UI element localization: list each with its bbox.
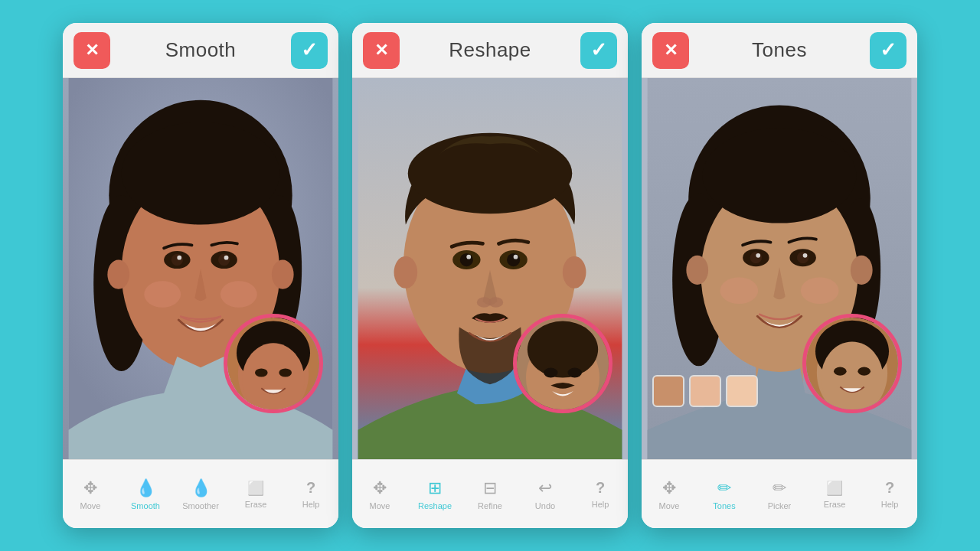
smooth-tool-erase[interactable]: ⬜ Erase <box>235 480 277 509</box>
svg-point-24 <box>255 368 268 377</box>
tones-close-button[interactable] <box>652 32 689 69</box>
svg-point-55 <box>750 252 762 263</box>
svg-point-68 <box>858 367 871 376</box>
smooth-label: Smooth <box>131 501 160 510</box>
svg-point-42 <box>528 321 598 378</box>
tones-erase-icon: ⬜ <box>826 480 843 497</box>
tones-tones-icon: ✏ <box>717 478 731 498</box>
reshape-move-icon: ✥ <box>373 478 387 498</box>
reshape-toolbar: ✥ Move ⊞ Reshape ⊟ Refine ↩ Undo ? Help <box>352 459 628 528</box>
smooth-tool-move[interactable]: ✥ Move <box>70 478 112 510</box>
svg-point-34 <box>466 255 471 259</box>
svg-point-39 <box>563 256 586 289</box>
svg-point-44 <box>567 368 581 378</box>
swatch-2[interactable] <box>689 375 721 407</box>
svg-point-57 <box>756 253 760 258</box>
reshape-tool-refine[interactable]: ⊟ Refine <box>469 478 511 510</box>
reshape-reshape-icon: ⊞ <box>428 478 442 498</box>
tones-help-label: Help <box>881 500 899 509</box>
erase-icon: ⬜ <box>247 480 264 497</box>
help-icon: ? <box>306 479 315 497</box>
svg-point-61 <box>686 256 708 285</box>
svg-point-60 <box>801 277 839 303</box>
reshape-thumbnail <box>513 314 612 413</box>
tones-tool-tones[interactable]: ✏ Tones <box>704 478 746 510</box>
reshape-move-label: Move <box>370 501 390 510</box>
smoother-icon: 💧 <box>191 478 211 498</box>
reshape-tool-reshape[interactable]: ⊞ Reshape <box>414 478 456 510</box>
svg-point-18 <box>107 260 129 289</box>
tones-photo-area <box>642 78 917 459</box>
svg-point-9 <box>122 122 280 224</box>
tones-tool-help[interactable]: ? Help <box>869 479 911 509</box>
move-icon: ✥ <box>83 478 97 498</box>
svg-point-35 <box>514 255 518 259</box>
reshape-help-icon: ? <box>596 479 605 497</box>
svg-point-58 <box>803 253 808 258</box>
tones-tones-label: Tones <box>713 501 735 510</box>
smooth-tool-help[interactable]: ? Help <box>290 479 332 509</box>
svg-point-62 <box>851 256 873 285</box>
tones-tool-picker[interactable]: ✏ Picker <box>759 478 801 510</box>
reshape-tool-help[interactable]: ? Help <box>580 479 622 509</box>
reshape-confirm-button[interactable] <box>580 32 617 69</box>
tones-picker-icon: ✏ <box>773 478 786 498</box>
svg-point-32 <box>460 253 473 266</box>
reshape-photo-area <box>352 78 628 459</box>
smooth-close-button[interactable] <box>74 32 110 69</box>
tones-move-icon: ✥ <box>662 478 676 498</box>
svg-point-19 <box>272 260 294 289</box>
reshape-reshape-label: Reshape <box>418 501 452 510</box>
tones-thumbnail <box>802 314 902 413</box>
tones-erase-label: Erase <box>824 500 846 509</box>
reshape-thumb-svg <box>517 318 609 409</box>
svg-point-29 <box>408 133 573 214</box>
swatch-1[interactable] <box>652 375 684 407</box>
svg-point-59 <box>720 277 758 303</box>
svg-point-38 <box>394 256 418 289</box>
svg-point-15 <box>224 256 229 260</box>
tones-help-icon: ? <box>885 479 894 497</box>
move-label: Move <box>80 501 101 510</box>
svg-point-33 <box>507 253 520 266</box>
svg-point-67 <box>834 367 847 376</box>
smooth-thumbnail <box>224 314 323 413</box>
svg-point-12 <box>172 254 183 266</box>
tones-toolbar: ✥ Move ✏ Tones ✏ Picker ⬜ Erase ? Help <box>642 459 917 528</box>
tones-tool-move[interactable]: ✥ Move <box>648 478 691 510</box>
smooth-tool-smoother[interactable]: 💧 Smoother <box>180 478 222 510</box>
reshape-tool-undo[interactable]: ↩ Undo <box>524 478 567 510</box>
reshape-help-label: Help <box>592 500 609 509</box>
smooth-confirm-button[interactable] <box>291 32 328 69</box>
svg-point-14 <box>177 256 181 260</box>
svg-point-56 <box>797 252 808 263</box>
smooth-photo-area <box>63 78 338 459</box>
reshape-undo-icon: ↩ <box>538 478 552 498</box>
svg-point-25 <box>279 368 292 377</box>
reshape-tool-move[interactable]: ✥ Move <box>359 478 401 510</box>
smooth-tool-smooth[interactable]: 💧 Smooth <box>125 478 167 510</box>
svg-point-13 <box>218 254 230 266</box>
tones-tool-erase[interactable]: ⬜ Erase <box>814 480 856 509</box>
tones-move-label: Move <box>659 501 680 510</box>
smooth-thumb-svg <box>227 318 319 409</box>
svg-point-43 <box>544 368 557 378</box>
reshape-panel: Reshape <box>352 23 628 528</box>
reshape-close-button[interactable] <box>363 32 400 69</box>
tones-panel: Tones <box>642 23 917 528</box>
tones-swatches <box>652 375 758 407</box>
svg-point-52 <box>702 128 856 223</box>
swatch-3[interactable] <box>726 375 758 407</box>
svg-point-37 <box>488 297 503 307</box>
tones-confirm-button[interactable] <box>870 32 906 69</box>
smooth-header: Smooth <box>63 23 338 78</box>
smooth-panel: Smooth <box>63 23 338 528</box>
svg-point-16 <box>144 281 181 307</box>
reshape-header: Reshape <box>352 23 628 78</box>
tones-title: Tones <box>752 38 807 62</box>
smooth-title: Smooth <box>165 38 237 62</box>
smoother-label: Smoother <box>182 501 219 510</box>
reshape-refine-icon: ⊟ <box>483 478 497 498</box>
smooth-toolbar: ✥ Move 💧 Smooth 💧 Smoother ⬜ Erase ? Hel… <box>63 459 338 528</box>
reshape-undo-label: Undo <box>535 501 555 510</box>
